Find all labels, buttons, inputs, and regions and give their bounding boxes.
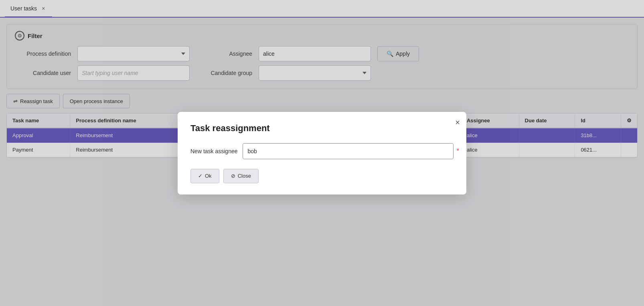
new-assignee-label: New task assignee — [190, 148, 238, 154]
required-indicator: * — [457, 148, 459, 155]
modal-title: Task reassignment — [190, 123, 454, 134]
ok-button[interactable]: ✓ Ok — [190, 169, 219, 183]
modal-field-row: New task assignee * — [190, 143, 454, 159]
ok-label: Ok — [205, 173, 212, 179]
task-reassignment-modal: × Task reassignment New task assignee * … — [178, 112, 466, 195]
modal-actions: ✓ Ok ⊘ Close — [190, 169, 454, 183]
checkmark-icon: ✓ — [198, 173, 203, 179]
close-circle-icon: ⊘ — [231, 173, 235, 179]
close-modal-label: Close — [238, 173, 251, 179]
modal-close-button[interactable]: × — [455, 118, 460, 126]
new-assignee-input[interactable] — [243, 143, 454, 159]
modal-overlay: × Task reassignment New task assignee * … — [0, 0, 644, 306]
new-assignee-input-wrap: * — [243, 143, 454, 159]
close-modal-button[interactable]: ⊘ Close — [223, 169, 259, 183]
